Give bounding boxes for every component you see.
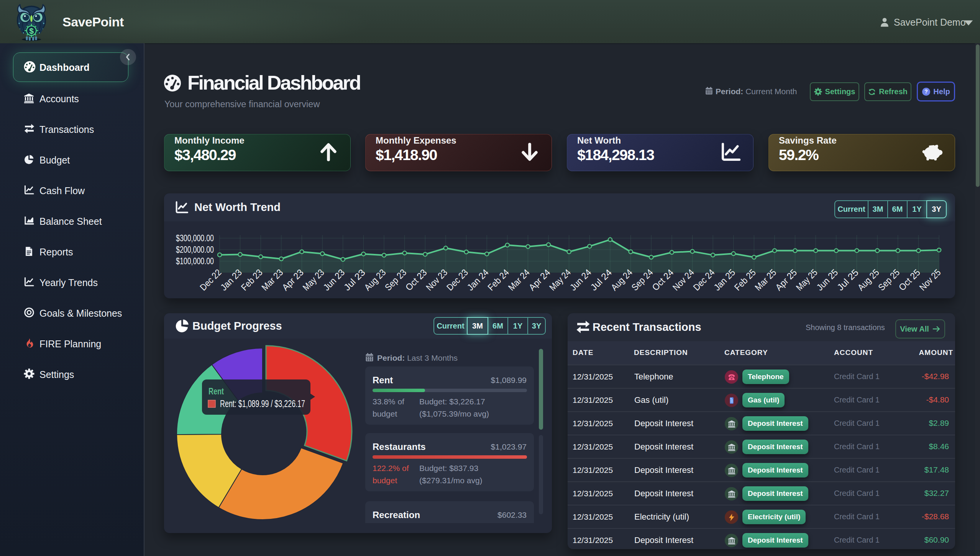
svg-text:Rent: $1,089.99 / $3,226.17: Rent: $1,089.99 / $3,226.17	[220, 398, 305, 409]
svg-text:?: ?	[924, 88, 928, 95]
svg-text:$: $	[29, 26, 34, 35]
svg-text:Rent: Rent	[208, 386, 224, 396]
svg-text:Dec 22: Dec 22	[198, 267, 223, 292]
svg-text:$300,000.00: $300,000.00	[176, 233, 214, 243]
svg-text:$200,000.00: $200,000.00	[176, 244, 214, 255]
svg-text:$100,000.00: $100,000.00	[176, 256, 214, 266]
